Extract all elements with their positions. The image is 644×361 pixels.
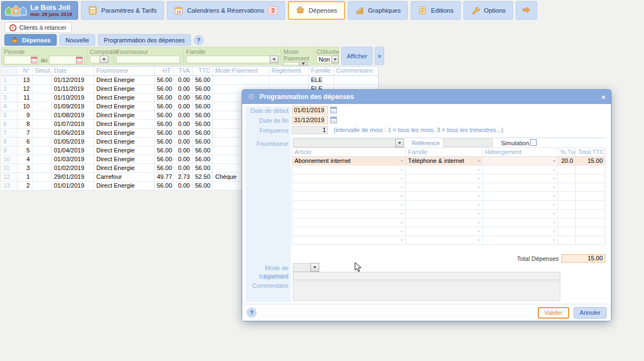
filter-close-button[interactable]: × (375, 47, 384, 65)
cell-fournisseur[interactable]: Direct Energie (94, 120, 155, 128)
item-tva-cell[interactable] (558, 174, 576, 183)
item-row-empty[interactable] (292, 210, 605, 218)
chevron-down-icon[interactable] (400, 231, 403, 233)
modal-fournisseur-select[interactable] (293, 139, 404, 147)
chevron-down-icon[interactable] (553, 204, 556, 206)
cell-fournisseur[interactable]: Direct Energie (94, 164, 155, 172)
chevron-down-icon[interactable] (553, 178, 556, 180)
cell-tva[interactable]: 0.00 (173, 102, 193, 111)
chevron-down-icon[interactable] (553, 231, 556, 233)
chevron-down-icon[interactable] (310, 263, 319, 272)
item-ttc-cell[interactable] (576, 218, 605, 227)
cell-date[interactable]: 01/12/2019 (52, 76, 94, 84)
item-article-cell[interactable]: Abonnement internet (292, 157, 406, 165)
cloturee-select[interactable]: Non (316, 56, 339, 63)
item-famille-cell[interactable] (406, 192, 483, 200)
dialog-close-icon[interactable]: × (601, 93, 605, 101)
cell-tva[interactable]: 0.00 (173, 85, 193, 93)
cell-date[interactable]: 01/05/2019 (52, 138, 94, 146)
col-header-ht[interactable]: HT (155, 67, 173, 75)
frequence-input[interactable]: 1 (292, 126, 328, 134)
col-header-simul[interactable]: Simul. (32, 67, 52, 75)
modal-commentaire-textarea[interactable] (293, 281, 560, 301)
chevron-down-icon[interactable] (477, 231, 481, 233)
item-famille-cell[interactable] (406, 166, 483, 174)
item-hebergement-cell[interactable] (483, 227, 559, 236)
chevron-down-icon[interactable] (331, 56, 339, 63)
cell-no[interactable]: 9 (18, 111, 32, 119)
col-header-famille[interactable]: Famille (309, 67, 334, 75)
mode-paiement-select[interactable] (283, 62, 308, 65)
cell-date[interactable]: 01/06/2019 (52, 129, 94, 137)
cell-ttc[interactable]: 52.50 (193, 173, 213, 181)
item-ttc-cell[interactable] (576, 210, 605, 218)
reference-input[interactable] (443, 139, 493, 147)
item-famille-cell[interactable] (406, 201, 483, 209)
table-row[interactable]: 1 13 01/12/2019 Direct Energie 56.00 0.0… (1, 76, 379, 85)
cell-fournisseur[interactable]: Direct Energie (94, 182, 155, 190)
item-col-ttc[interactable]: Total TTC (576, 148, 605, 156)
cell-date[interactable]: 01/03/2019 (52, 155, 94, 163)
cell-mode[interactable] (213, 76, 269, 84)
cell-ht[interactable]: 56.00 (155, 164, 173, 172)
chevron-down-icon[interactable] (477, 169, 481, 171)
item-tva-cell[interactable] (558, 166, 576, 174)
cell-fournisseur[interactable]: Direct Energie (94, 94, 155, 102)
modal-reglement-input[interactable] (293, 272, 560, 280)
chevron-down-icon[interactable] (400, 178, 403, 180)
col-header-tva[interactable]: TVA (173, 67, 193, 75)
chevron-down-icon[interactable] (553, 239, 556, 242)
dialog-help-button[interactable]: ? (247, 308, 256, 318)
cell-date[interactable]: 01/01/2019 (52, 182, 94, 190)
calendar-picker-icon[interactable] (330, 107, 337, 113)
chevron-down-icon[interactable] (395, 139, 404, 147)
cell-fournisseur[interactable]: Direct Energie (94, 155, 155, 163)
item-tva-cell[interactable] (558, 227, 576, 236)
cell-fournisseur[interactable]: Direct Energie (94, 146, 155, 155)
cell-date[interactable]: 01/10/2019 (52, 94, 94, 102)
calendar-picker-icon[interactable] (31, 57, 37, 63)
chevron-down-icon[interactable] (477, 187, 481, 189)
cell-simul[interactable] (32, 138, 52, 146)
item-col-famille[interactable]: Famille (406, 148, 483, 156)
cell-ht[interactable]: 56.00 (155, 102, 173, 111)
item-ttc-cell[interactable] (576, 166, 605, 174)
cell-ttc[interactable]: 56.00 (193, 146, 213, 155)
cell-simul[interactable] (32, 120, 52, 128)
cell-ttc[interactable]: 56.00 (193, 120, 213, 128)
famille-select[interactable] (186, 56, 279, 63)
cell-ttc[interactable]: 56.00 (193, 138, 213, 146)
cell-fournisseur[interactable]: Direct Energie (94, 76, 155, 84)
item-hebergement-cell[interactable] (483, 201, 559, 209)
cell-simul[interactable] (32, 182, 52, 190)
annuler-button[interactable]: Annuler (574, 307, 607, 319)
toolbar-calendriers-button[interactable]: 13 Calendriers & Réservations 3 (167, 1, 285, 20)
cell-tva[interactable]: 2.73 (173, 173, 193, 181)
item-article-cell[interactable] (292, 218, 406, 227)
cell-date[interactable]: 01/07/2019 (52, 120, 94, 128)
item-row-empty[interactable] (292, 166, 605, 174)
calendar-picker-icon[interactable] (76, 57, 83, 63)
chevron-down-icon[interactable] (400, 169, 403, 171)
cell-ht[interactable]: 56.00 (155, 76, 173, 84)
cell-ht[interactable]: 56.00 (155, 138, 173, 146)
cell-simul[interactable] (32, 94, 52, 102)
item-ttc-cell[interactable] (576, 236, 605, 244)
cell-fournisseur[interactable]: Direct Energie (94, 102, 155, 111)
cell-simul[interactable] (32, 111, 52, 119)
item-row-empty[interactable] (292, 183, 605, 192)
item-col-hebergement[interactable]: Hébergement (483, 148, 559, 156)
cell-ht[interactable]: 56.00 (155, 120, 173, 128)
cell-no[interactable]: 3 (18, 164, 32, 172)
item-row-empty[interactable] (292, 236, 605, 245)
cell-no[interactable]: 7 (18, 129, 32, 137)
item-col-article[interactable]: Article (292, 148, 406, 156)
cell-ht[interactable]: 56.00 (155, 146, 173, 155)
item-tva-cell[interactable] (558, 210, 576, 218)
cell-simul[interactable] (32, 76, 52, 84)
cell-ttc[interactable]: 56.00 (193, 76, 213, 84)
cell-tva[interactable]: 0.00 (173, 120, 193, 128)
item-article-cell[interactable] (292, 183, 406, 192)
item-article-cell[interactable] (292, 192, 406, 200)
item-famille-cell[interactable] (406, 210, 483, 218)
